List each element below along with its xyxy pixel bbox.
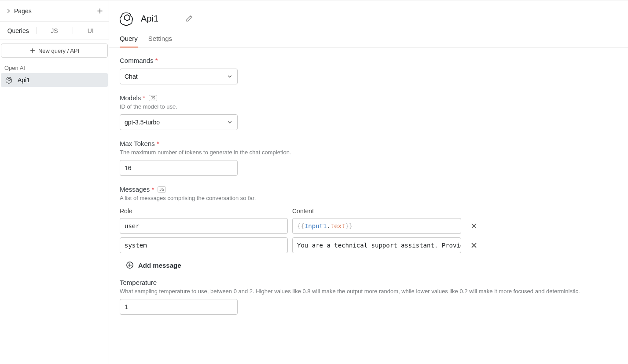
sidebar-tabs: Queries JS UI — [0, 22, 109, 40]
message-row: system You are a technical support assis… — [120, 237, 617, 253]
delete-row-icon[interactable] — [470, 241, 478, 249]
commands-value: Chat — [125, 73, 138, 80]
chevron-down-icon — [227, 119, 233, 125]
chevron-right-icon[interactable] — [5, 8, 11, 14]
main-tabs: Query Settings — [109, 30, 628, 48]
temperature-hint: What sampling temperature to use, betwee… — [120, 288, 617, 295]
main-tab-query-label: Query — [120, 35, 138, 42]
message-role-input[interactable]: system — [120, 237, 288, 253]
message-role-value: user — [125, 222, 140, 229]
openai-logo-icon — [120, 11, 135, 26]
max-tokens-hint: The maximum number of tokens to generate… — [120, 149, 617, 156]
message-role-input[interactable]: user — [120, 218, 288, 234]
query-form: Commands* Chat Models* JS ID of the mode… — [109, 48, 628, 333]
openai-icon — [5, 76, 13, 84]
pages-label[interactable]: Pages — [14, 7, 32, 15]
plus-icon — [29, 47, 36, 54]
new-query-button[interactable]: New query / API — [1, 44, 108, 58]
tab-queries[interactable]: Queries — [0, 22, 36, 40]
sidebar: Pages Queries JS UI New query / API Open… — [0, 0, 109, 364]
max-tokens-label: Max Tokens* — [120, 140, 617, 147]
required-asterisk: * — [157, 140, 159, 147]
tab-ui-label: UI — [88, 27, 94, 34]
models-group: Models* JS ID of the model to use. gpt-3… — [120, 94, 617, 130]
required-asterisk: * — [151, 186, 154, 193]
tab-js[interactable]: JS — [36, 22, 72, 40]
js-badge: JS — [158, 186, 166, 193]
new-query-label: New query / API — [38, 47, 79, 54]
temperature-value: 1 — [125, 303, 128, 310]
required-asterisk: * — [143, 94, 145, 102]
main-header: Api1 — [109, 0, 628, 30]
message-row: user {{Input1.text}} — [120, 218, 617, 234]
max-tokens-group: Max Tokens* The maximum number of tokens… — [120, 140, 617, 176]
add-page-icon[interactable] — [96, 7, 103, 15]
temperature-label: Temperature — [120, 279, 617, 286]
message-content-input[interactable]: {{Input1.text}} — [292, 218, 461, 234]
add-message-label: Add message — [138, 262, 181, 269]
temperature-input[interactable]: 1 — [120, 299, 238, 315]
temperature-group: Temperature What sampling temperature to… — [120, 279, 617, 315]
tab-ui[interactable]: UI — [73, 22, 109, 40]
messages-group: Messages* JS A list of messages comprisi… — [120, 186, 617, 269]
messages-col-content: Content — [292, 207, 461, 215]
js-badge: JS — [149, 95, 157, 101]
messages-hint: A list of messages comprising the conver… — [120, 195, 617, 201]
page-title: Api1 — [141, 14, 158, 24]
tab-queries-label: Queries — [7, 27, 29, 34]
message-role-value: system — [125, 242, 147, 249]
chevron-down-icon — [227, 73, 233, 80]
delete-row-icon[interactable] — [470, 222, 478, 230]
main-tab-settings-label: Settings — [148, 35, 172, 42]
add-message-button[interactable]: Add message — [126, 261, 617, 269]
messages-label: Messages* JS — [120, 186, 617, 193]
tab-js-label: JS — [51, 27, 58, 34]
main-tab-query[interactable]: Query — [120, 35, 138, 47]
message-content-input[interactable]: You are a technical support assistant. P… — [292, 237, 461, 253]
query-item-label: Api1 — [18, 76, 30, 84]
required-asterisk: * — [155, 57, 158, 64]
max-tokens-input[interactable]: 16 — [120, 160, 238, 176]
edit-icon[interactable] — [186, 15, 193, 22]
messages-col-role: Role — [120, 207, 288, 215]
messages-columns: Role Content — [120, 207, 617, 215]
main-panel: Api1 Query Settings Commands* Chat M — [109, 0, 628, 364]
models-select[interactable]: gpt-3.5-turbo — [120, 114, 238, 130]
main-tab-settings[interactable]: Settings — [148, 35, 172, 47]
commands-select[interactable]: Chat — [120, 69, 238, 84]
models-label: Models* JS — [120, 94, 617, 102]
query-item-api1[interactable]: Api1 — [1, 73, 108, 87]
models-value: gpt-3.5-turbo — [125, 119, 160, 126]
sidebar-pages-header: Pages — [0, 0, 109, 22]
message-content-value: You are a technical support assistant. P… — [297, 242, 461, 249]
models-hint: ID of the model to use. — [120, 103, 617, 110]
commands-group: Commands* Chat — [120, 57, 617, 84]
section-openai-label: Open AI — [0, 61, 109, 73]
plus-circle-icon — [126, 261, 134, 269]
max-tokens-value: 16 — [125, 164, 132, 171]
commands-label: Commands* — [120, 57, 617, 64]
